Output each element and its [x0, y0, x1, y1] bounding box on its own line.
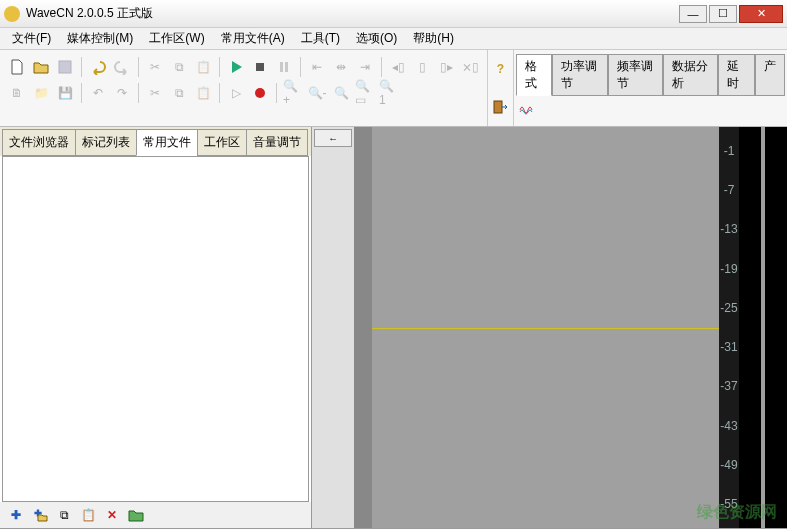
- right-tabs: 格式 功率调节 频率调节 数据分析 延时 产: [516, 54, 785, 96]
- menubar: 文件(F) 媒体控制(M) 工作区(W) 常用文件(A) 工具(T) 选项(O)…: [0, 28, 787, 50]
- cut2-icon[interactable]: ✂: [144, 82, 166, 104]
- marker-clear-icon[interactable]: ⨯▯: [459, 56, 481, 78]
- paste-icon[interactable]: 📋: [192, 56, 214, 78]
- copy-icon[interactable]: ⧉: [168, 56, 190, 78]
- close-button[interactable]: ✕: [739, 5, 783, 23]
- zoom-reset-icon[interactable]: 🔍1: [378, 82, 400, 104]
- right-tool-row: [516, 96, 785, 122]
- record-icon[interactable]: [249, 82, 271, 104]
- cut-icon[interactable]: ✂: [144, 56, 166, 78]
- marker-prev-icon[interactable]: ◂▯: [387, 56, 409, 78]
- ruler-tick: -37: [720, 379, 737, 393]
- marker-add-icon[interactable]: ▯: [411, 56, 433, 78]
- maximize-button[interactable]: ☐: [709, 5, 737, 23]
- wave-canvas[interactable]: [372, 127, 719, 528]
- left-panel: 文件浏览器 标记列表 常用文件 工作区 音量调节 ✚ ⧉ 📋 ✕: [0, 127, 312, 528]
- tab-data[interactable]: 数据分析: [663, 54, 718, 96]
- copy-item-icon[interactable]: ⧉: [54, 505, 74, 525]
- ruler-tick: -13: [720, 222, 737, 236]
- titlebar: WaveCN 2.0.0.5 正式版 — ☐ ✕: [0, 0, 787, 28]
- save-icon[interactable]: [54, 56, 76, 78]
- ruler-tick: -49: [720, 458, 737, 472]
- left-toolbar: ✚ ⧉ 📋 ✕: [0, 502, 311, 528]
- waveform-area: ← -1 -7 -13 -19 -25 -31 -37 -43 -49 -55: [312, 127, 787, 528]
- window-buttons: — ☐ ✕: [679, 5, 783, 23]
- tab-format[interactable]: 格式: [516, 54, 553, 96]
- main-area: 文件浏览器 标记列表 常用文件 工作区 音量调节 ✚ ⧉ 📋 ✕ ← -1 -7…: [0, 127, 787, 528]
- tab-workspace[interactable]: 工作区: [197, 129, 247, 156]
- toolbar-row-2: 🗎 📁 💾 ↶ ↷ ✂ ⧉ 📋 ▷ 🔍+ 🔍- 🔍 🔍▭ 🔍1: [6, 80, 481, 106]
- wave-nav: ←: [312, 127, 354, 528]
- ruler-tick: -19: [720, 262, 737, 276]
- menu-media[interactable]: 媒体控制(M): [59, 28, 141, 49]
- menu-tools[interactable]: 工具(T): [293, 28, 348, 49]
- ruler-tick: -7: [724, 183, 735, 197]
- new-file-icon[interactable]: [6, 56, 28, 78]
- tab-power[interactable]: 功率调节: [552, 54, 607, 96]
- paste-item-icon[interactable]: 📋: [78, 505, 98, 525]
- app-icon: [4, 6, 20, 22]
- tab-freq[interactable]: 频率调节: [608, 54, 663, 96]
- play-icon[interactable]: [225, 56, 247, 78]
- add-item-icon[interactable]: ✚: [6, 505, 26, 525]
- svg-point-4: [255, 88, 265, 98]
- play2-icon[interactable]: ▷: [225, 82, 247, 104]
- zoom-sel-icon[interactable]: 🔍▭: [354, 82, 376, 104]
- redo2-icon[interactable]: ↷: [111, 82, 133, 104]
- select-end-icon[interactable]: ⇥: [354, 56, 376, 78]
- zoom-in-icon[interactable]: 🔍+: [282, 82, 304, 104]
- svg-rect-3: [285, 62, 288, 72]
- undo-icon[interactable]: [87, 56, 109, 78]
- toolbar-row-1: ✂ ⧉ 📋 ⇤ ⇹ ⇥ ◂▯ ▯ ▯▸ ⨯▯: [6, 54, 481, 80]
- stop-icon[interactable]: [249, 56, 271, 78]
- select-start-icon[interactable]: ⇤: [306, 56, 328, 78]
- open-file-icon[interactable]: [30, 56, 52, 78]
- undo2-icon[interactable]: ↶: [87, 82, 109, 104]
- menu-help[interactable]: 帮助(H): [405, 28, 462, 49]
- open-folder-icon[interactable]: [126, 505, 146, 525]
- add-folder-icon[interactable]: [30, 505, 50, 525]
- tab-common-files[interactable]: 常用文件: [136, 129, 198, 156]
- svg-rect-5: [494, 101, 502, 113]
- zoom-fit-icon[interactable]: 🔍: [330, 82, 352, 104]
- svg-rect-1: [256, 63, 264, 71]
- tab-mark-list[interactable]: 标记列表: [75, 129, 137, 156]
- ruler-tick: -43: [720, 419, 737, 433]
- folder2-icon[interactable]: 📁: [30, 82, 52, 104]
- common-files-list[interactable]: [2, 156, 309, 502]
- menu-common-files[interactable]: 常用文件(A): [213, 28, 293, 49]
- tab-delay[interactable]: 延时: [718, 54, 755, 96]
- ruler-tick: -55: [720, 497, 737, 511]
- marker-next-icon[interactable]: ▯▸: [435, 56, 457, 78]
- zoom-out-icon[interactable]: 🔍-: [306, 82, 328, 104]
- window-title: WaveCN 2.0.0.5 正式版: [26, 5, 679, 22]
- svg-rect-2: [280, 62, 283, 72]
- exit-icon[interactable]: [489, 96, 511, 118]
- menu-options[interactable]: 选项(O): [348, 28, 405, 49]
- wave-ruler-right: -1 -7 -13 -19 -25 -31 -37 -43 -49 -55: [719, 127, 739, 528]
- wave-zero-line: [372, 328, 719, 329]
- paste2-icon[interactable]: 📋: [192, 82, 214, 104]
- toolbar-right: 格式 功率调节 频率调节 数据分析 延时 产: [513, 50, 787, 126]
- doc-icon[interactable]: 🗎: [6, 82, 28, 104]
- svg-rect-0: [59, 61, 71, 73]
- menu-workspace[interactable]: 工作区(W): [141, 28, 212, 49]
- copy2-icon[interactable]: ⧉: [168, 82, 190, 104]
- tab-more[interactable]: 产: [755, 54, 785, 96]
- minimize-button[interactable]: —: [679, 5, 707, 23]
- toolbar-area: ✂ ⧉ 📋 ⇤ ⇹ ⇥ ◂▯ ▯ ▯▸ ⨯▯ 🗎 📁 💾 ↶ ↷ ✂: [0, 50, 787, 127]
- disk-icon[interactable]: 💾: [54, 82, 76, 104]
- level-meter-1: [739, 127, 761, 528]
- nav-back-button[interactable]: ←: [314, 129, 352, 147]
- tab-file-browser[interactable]: 文件浏览器: [2, 129, 76, 156]
- help-icon[interactable]: ?: [489, 58, 511, 80]
- left-tabs: 文件浏览器 标记列表 常用文件 工作区 音量调节: [0, 127, 311, 156]
- level-meter-2: [765, 127, 787, 528]
- delete-item-icon[interactable]: ✕: [102, 505, 122, 525]
- redo-icon[interactable]: [111, 56, 133, 78]
- menu-file[interactable]: 文件(F): [4, 28, 59, 49]
- wave-icon[interactable]: [516, 99, 538, 121]
- pause-icon[interactable]: [273, 56, 295, 78]
- select-all-icon[interactable]: ⇹: [330, 56, 352, 78]
- tab-volume[interactable]: 音量调节: [246, 129, 308, 156]
